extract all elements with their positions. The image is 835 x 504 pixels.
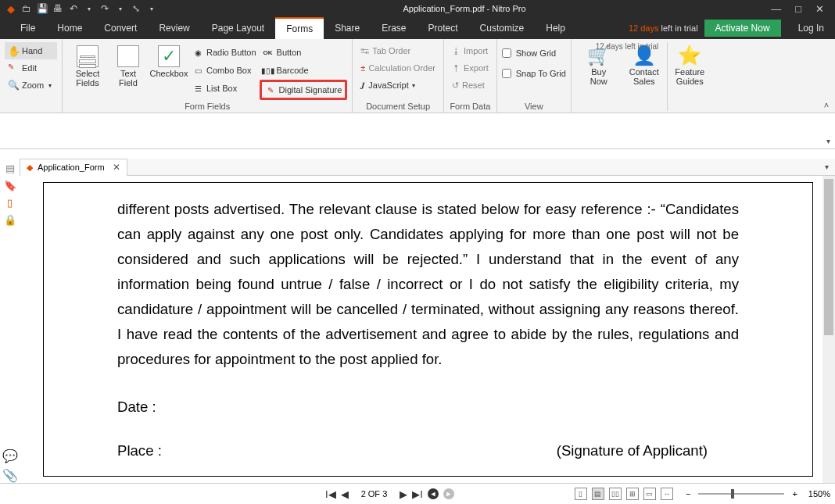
list-box-field[interactable]: ☰ List Box: [189, 80, 260, 97]
comments-panel-icon[interactable]: 💬: [2, 449, 18, 463]
document-page[interactable]: different posts advertised. The relevant…: [43, 182, 813, 477]
document-place-label: Place :: [117, 442, 162, 459]
combo-box-field[interactable]: ▭ Combo Box: [189, 62, 260, 79]
scrollbar-thumb[interactable]: [824, 179, 833, 335]
menu-convert[interactable]: Convert: [93, 17, 148, 39]
collapse-ribbon-icon[interactable]: ʌ: [824, 100, 829, 109]
folder-open-icon[interactable]: 🗀: [20, 2, 33, 15]
sub-bar-dropdown-icon[interactable]: ▾: [826, 137, 830, 145]
js-dropdown-icon[interactable]: ▾: [412, 82, 415, 89]
barcode-field[interactable]: ▮▯▮ Barcode: [260, 62, 348, 79]
menu-page-layout[interactable]: Page Layout: [201, 17, 275, 39]
button-label: Button: [277, 48, 302, 57]
zoom-slider-thumb[interactable]: [731, 489, 734, 499]
select-fields-button[interactable]: Select Fields: [67, 42, 108, 102]
menu-file[interactable]: File: [0, 17, 46, 39]
redo-icon[interactable]: ↷: [99, 2, 111, 15]
tab-order-icon: ⭾: [360, 46, 369, 55]
maximize-button[interactable]: □: [795, 3, 801, 15]
ribbon-group-view: Show Grid Snap To Grid View: [497, 39, 572, 113]
close-button[interactable]: ✕: [815, 3, 824, 15]
snap-grid-toggle[interactable]: Snap To Grid: [502, 66, 566, 81]
tab-dropdown-icon[interactable]: ▾: [825, 163, 835, 171]
nav-back-button[interactable]: ◄: [428, 488, 439, 499]
save-icon[interactable]: 💾: [36, 2, 48, 15]
undo-icon[interactable]: ↶: [67, 2, 80, 15]
digital-signature-field[interactable]: ✎ Digital Signature: [260, 80, 348, 100]
redo-dropdown-icon[interactable]: ▾: [114, 2, 127, 15]
undo-dropdown-icon[interactable]: ▾: [83, 2, 95, 15]
title-bar: ◆ 🗀 💾 🖶 ↶ ▾ ↷ ▾ ⤡ ▾ Application_Form.pdf…: [0, 0, 835, 17]
window-controls: — □ ✕: [771, 3, 835, 15]
view-fit-icon[interactable]: ▭: [643, 488, 656, 500]
print-icon[interactable]: 🖶: [52, 2, 64, 15]
hand-tool[interactable]: ✋ Hand: [5, 42, 57, 59]
menu-help[interactable]: Help: [535, 17, 576, 39]
activate-now-button[interactable]: Activate Now: [704, 20, 781, 37]
export-button[interactable]: ⭱ Export: [449, 59, 492, 77]
view-continuous-icon[interactable]: ▤: [592, 488, 604, 500]
first-page-button[interactable]: I◀: [325, 488, 336, 500]
snap-grid-checkbox[interactable]: [502, 69, 511, 78]
tab-order-button[interactable]: ⭾ Tab Order: [357, 42, 439, 59]
combo-label: Combo Box: [206, 66, 251, 75]
radio-button-field[interactable]: ◉ Radio Button: [189, 44, 260, 61]
qat-dropdown-icon[interactable]: ▾: [145, 2, 158, 15]
layers-panel-icon[interactable]: ▯: [4, 196, 16, 209]
edit-icon: ✎: [8, 63, 19, 73]
menu-forms[interactable]: Forms: [275, 17, 324, 39]
minimize-button[interactable]: —: [771, 3, 781, 15]
thumbnails-panel-icon[interactable]: ▤: [4, 162, 16, 174]
prev-page-button[interactable]: ◀: [341, 488, 349, 500]
checkbox-button[interactable]: ✓ Checkbox: [149, 42, 189, 102]
text-field-button[interactable]: Text Field: [108, 42, 149, 102]
edit-tool[interactable]: ✎ Edit: [5, 59, 57, 77]
next-page-button[interactable]: ▶: [400, 488, 407, 500]
zoom-out-button[interactable]: −: [686, 489, 690, 499]
login-button[interactable]: Log In: [787, 23, 835, 34]
attachments-panel-icon[interactable]: 📎: [2, 468, 18, 483]
contact-sales-button[interactable]: 👤 Contact Sales: [622, 42, 667, 111]
vertical-scrollbar[interactable]: [822, 176, 835, 483]
zoom-slider[interactable]: [698, 493, 784, 495]
calc-order-button[interactable]: ± Calculation Order: [357, 59, 439, 77]
view-grid-icon[interactable]: ⊞: [626, 488, 639, 500]
button-field[interactable]: OK Button: [260, 44, 348, 61]
zoom-tool[interactable]: 🔍 Zoom ▾: [5, 77, 57, 94]
view-facing-icon[interactable]: ▯▯: [609, 488, 622, 500]
js-icon: 𝑱: [360, 80, 365, 91]
hand-icon: ✋: [8, 45, 19, 56]
show-grid-toggle[interactable]: Show Grid: [502, 45, 566, 61]
javascript-button[interactable]: 𝑱 JavaScript ▾: [357, 77, 439, 94]
import-button[interactable]: ⭳ Import: [449, 42, 492, 59]
nitro-icon: ◆: [5, 2, 17, 15]
menu-home[interactable]: Home: [46, 17, 93, 39]
doc-setup-group-label: Document Setup: [357, 102, 439, 111]
show-grid-checkbox[interactable]: [502, 48, 511, 58]
calc-order-label: Calculation Order: [368, 63, 435, 73]
zoom-in-button[interactable]: +: [792, 489, 797, 499]
security-panel-icon[interactable]: 🔒: [4, 213, 16, 226]
view-single-icon[interactable]: ▯: [575, 488, 587, 500]
menu-review[interactable]: Review: [148, 17, 200, 39]
menu-erase[interactable]: Erase: [371, 17, 417, 39]
last-page-button[interactable]: ▶I: [412, 488, 423, 500]
pdf-tab-icon: ◆: [27, 163, 33, 173]
nav-forward-button[interactable]: ►: [443, 488, 454, 499]
zoom-value[interactable]: 150%: [808, 489, 830, 499]
menu-protect[interactable]: Protect: [418, 17, 469, 39]
reset-button[interactable]: ↺ Reset: [449, 77, 492, 94]
menu-customize[interactable]: Customize: [469, 17, 536, 39]
cursor-icon[interactable]: ⤡: [130, 2, 142, 15]
buy-now-button[interactable]: 🛒 Buy Now: [576, 42, 622, 111]
checkbox-icon: ✓: [158, 45, 180, 67]
view-width-icon[interactable]: ↔: [661, 488, 673, 500]
ribbon-group-document-setup: ⭾ Tab Order ± Calculation Order 𝑱 JavaSc…: [353, 39, 444, 113]
close-tab-icon[interactable]: ✕: [113, 162, 120, 173]
bookmarks-panel-icon[interactable]: 🔖: [4, 179, 16, 191]
zoom-dropdown-icon[interactable]: ▾: [48, 82, 52, 89]
document-tab[interactable]: ◆ Application_Form ✕: [20, 159, 127, 176]
menu-share[interactable]: Share: [324, 17, 371, 39]
feature-guides-button[interactable]: ⭐ Feature Guides: [667, 42, 712, 111]
page-indicator[interactable]: 2 OF 3: [361, 489, 388, 499]
